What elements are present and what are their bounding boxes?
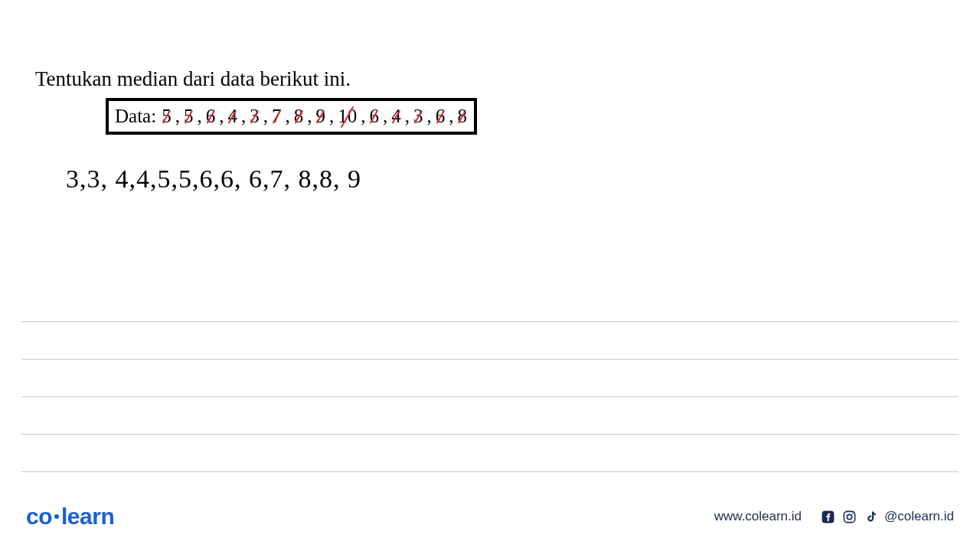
- tiktok-icon: [863, 509, 878, 524]
- data-value: 5: [161, 106, 172, 127]
- svg-point-3: [852, 513, 854, 514]
- ruled-line: [21, 434, 959, 471]
- question-text: Tentukan median dari data berikut ini.: [35, 67, 351, 91]
- data-value: 5: [183, 106, 194, 127]
- data-value: 4: [227, 106, 238, 127]
- footer: colearn www.colearn.id @colearn.id: [0, 504, 980, 530]
- footer-right: www.colearn.id @colearn.id: [714, 509, 954, 524]
- data-box: Data: 5, 5, 6, 4, 3, 7, 8, 9, 10, 6, 4, …: [106, 98, 477, 135]
- ruled-lines: [21, 321, 959, 509]
- data-value: 8: [456, 106, 468, 127]
- data-value: 10: [337, 106, 358, 127]
- data-value: 4: [390, 106, 402, 127]
- logo: colearn: [26, 504, 114, 530]
- facebook-icon: [820, 509, 835, 524]
- ruled-line: [21, 396, 959, 434]
- logo-dot: [54, 514, 59, 519]
- page-content: Tentukan median dari data berikut ini. D…: [0, 0, 980, 551]
- website-url: www.colearn.id: [714, 509, 802, 524]
- data-value: 7: [271, 106, 283, 127]
- data-value: 9: [315, 106, 326, 127]
- data-value: 3: [249, 106, 260, 127]
- data-value: 8: [293, 106, 305, 127]
- svg-rect-1: [844, 511, 854, 522]
- data-label: Data:: [115, 106, 156, 127]
- logo-part1: co: [26, 504, 52, 529]
- social-handle: @colearn.id: [884, 509, 954, 524]
- social-icons: @colearn.id: [820, 509, 954, 524]
- svg-point-2: [847, 514, 851, 519]
- instagram-icon: [841, 509, 857, 524]
- data-value: 6: [435, 106, 446, 127]
- ruled-line: [21, 321, 959, 359]
- logo-part2: learn: [61, 504, 114, 529]
- data-value: 3: [413, 106, 424, 127]
- sorted-sequence: 3,3, 4,4,5,5,6,6, 6,7, 8,8, 9: [66, 165, 361, 194]
- data-value: 6: [368, 106, 380, 127]
- data-value: 6: [205, 106, 217, 127]
- ruled-line: [21, 359, 959, 396]
